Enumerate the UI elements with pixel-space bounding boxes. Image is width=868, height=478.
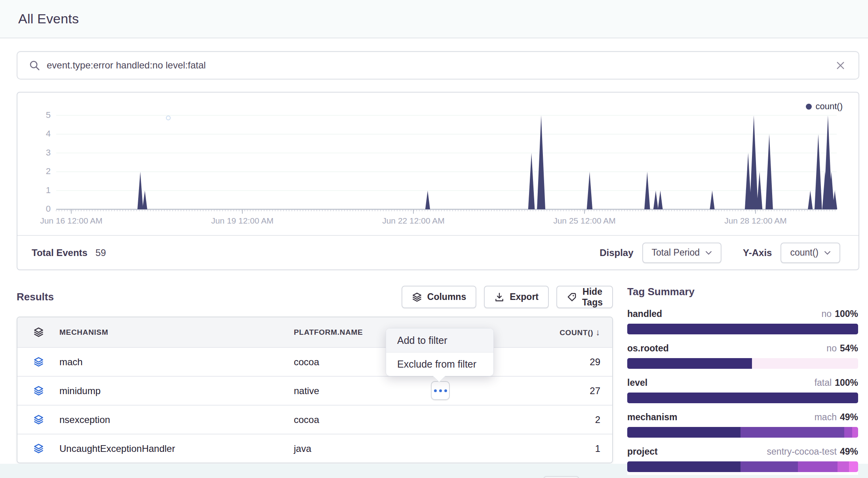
table-row[interactable]: nsexceptioncocoa2	[17, 405, 612, 434]
cell-count[interactable]: 27	[460, 385, 612, 396]
layers-icon[interactable]	[17, 357, 59, 367]
layers-icon[interactable]	[17, 385, 59, 396]
display-label: Display	[600, 247, 633, 258]
tag-bar-segment[interactable]	[627, 427, 740, 438]
events-chart-panel: count() 012345 Jun 16 12:00 AMJun 19 12:…	[17, 92, 859, 270]
tag-bar-segment[interactable]	[844, 427, 852, 438]
tag-name: project	[627, 446, 658, 457]
legend-label: count()	[816, 101, 843, 112]
tag-name: handled	[627, 309, 662, 319]
tag-icon	[567, 292, 577, 302]
tag-distribution-bar[interactable]	[627, 427, 858, 438]
tag-bar-segment[interactable]	[740, 461, 798, 472]
tag-summary-row: mechanismmach49%	[627, 412, 858, 438]
button-label: Hide Tags	[582, 286, 603, 308]
x-axis-tick-label: Jun 22 12:00 AM	[366, 216, 461, 226]
cell-mechanism[interactable]: UncaughtExceptionHandler	[59, 443, 294, 454]
tag-distribution-bar[interactable]	[627, 324, 858, 334]
legend-dot-icon	[806, 104, 812, 110]
layers-icon	[17, 327, 59, 338]
tag-top-value: sentry-cocoa-test49%	[767, 446, 858, 457]
y-axis-tick-label: 4	[27, 129, 51, 139]
cell-platform[interactable]: cocoa	[294, 414, 460, 425]
tag-summary-row: handledno100%	[627, 309, 858, 334]
tag-name: mechanism	[627, 412, 678, 423]
chevron-down-icon	[824, 250, 831, 255]
columns-button[interactable]: Columns	[402, 286, 476, 308]
tag-name: os.rooted	[627, 343, 669, 354]
tag-bar-segment[interactable]	[852, 427, 858, 438]
tag-bar-segment[interactable]	[838, 461, 849, 472]
button-label: Export	[510, 292, 539, 302]
sort-desc-icon: ↓	[596, 327, 600, 337]
tag-top-value: mach49%	[815, 412, 858, 423]
cell-mechanism[interactable]: minidump	[59, 385, 294, 396]
tag-bar-segment[interactable]	[627, 393, 858, 403]
tag-bar-segment[interactable]	[627, 358, 752, 369]
y-axis-tick-label: 1	[27, 185, 51, 195]
close-icon[interactable]	[834, 59, 847, 72]
tag-bar-segment[interactable]	[798, 461, 837, 472]
results-toolbar: ColumnsExportHide Tags	[405, 286, 613, 308]
display-dropdown[interactable]: Total Period	[642, 243, 721, 263]
display-dropdown-value: Total Period	[652, 247, 700, 258]
y-axis-tick-label: 3	[27, 148, 51, 158]
pagination-button[interactable]	[543, 476, 579, 478]
table-header-row: MECHANISM PLATFORM.NAME COUNT()↓	[17, 317, 612, 347]
layers-icon	[412, 292, 422, 302]
column-header-mechanism[interactable]: MECHANISM	[59, 328, 294, 337]
cell-actions-button[interactable]	[431, 381, 450, 400]
tag-summary-row: os.rootedno54%	[627, 343, 858, 369]
table-row[interactable]: minidumpnative27	[17, 376, 612, 405]
tag-summary-panel: Tag Summary handledno100%os.rootedno54%l…	[627, 285, 858, 475]
events-spike-chart[interactable]	[17, 93, 860, 233]
export-button[interactable]: Export	[484, 286, 549, 308]
cell-mechanism[interactable]: mach	[59, 357, 294, 368]
page-header: All Events	[0, 0, 868, 38]
tag-bar-segment[interactable]	[740, 427, 844, 438]
x-axis-tick-label: Jun 16 12:00 AM	[24, 216, 119, 226]
yaxis-dropdown-value: count()	[790, 247, 819, 258]
table-row[interactable]: machcocoa29	[17, 347, 612, 376]
yaxis-label: Y-Axis	[743, 247, 772, 258]
y-axis-tick-label: 0	[27, 204, 51, 214]
tag-top-value: fatal100%	[815, 377, 858, 388]
download-icon	[494, 292, 504, 302]
tag-summary-heading: Tag Summary	[627, 285, 858, 298]
chart-footer: Total Events 59 Display Total Period Y-A…	[17, 235, 858, 269]
x-axis-tick-label: Jun 28 12:00 AM	[708, 216, 803, 226]
tag-summary-row: levelfatal100%	[627, 377, 858, 403]
yaxis-dropdown[interactable]: count()	[780, 243, 840, 263]
tag-distribution-bar[interactable]	[627, 461, 858, 472]
total-events-value: 59	[95, 247, 106, 258]
tag-name: level	[627, 377, 647, 388]
layers-icon[interactable]	[17, 414, 59, 425]
layers-icon[interactable]	[17, 443, 59, 454]
search-input[interactable]: event.type:error handled:no level:fatal	[47, 60, 834, 71]
tag-top-value: no54%	[826, 343, 858, 354]
chevron-down-icon	[705, 250, 712, 255]
add-to-filter-menu-item[interactable]: Add to filter	[386, 328, 493, 352]
search-bar[interactable]: event.type:error handled:no level:fatal	[17, 51, 859, 80]
total-events-label: Total Events	[32, 247, 88, 258]
tag-distribution-bar[interactable]	[627, 393, 858, 403]
results-heading: Results	[17, 291, 54, 303]
cell-platform[interactable]: java	[294, 443, 460, 454]
chart-legend[interactable]: count()	[806, 101, 843, 112]
x-axis-tick-label: Jun 25 12:00 AM	[537, 216, 632, 226]
tag-summary-row: projectsentry-cocoa-test49%	[627, 446, 858, 472]
tag-bar-segment[interactable]	[849, 461, 858, 472]
hide-tags-button[interactable]: Hide Tags	[556, 286, 613, 308]
page-title: All Events	[18, 11, 79, 27]
tag-distribution-bar[interactable]	[627, 358, 858, 369]
table-row[interactable]: UncaughtExceptionHandlerjava1	[17, 434, 612, 463]
cell-count[interactable]: 1	[460, 443, 612, 454]
cell-action-popup: Add to filterExclude from filter	[386, 328, 494, 376]
cell-count[interactable]: 2	[460, 414, 612, 425]
tag-bar-segment[interactable]	[627, 324, 858, 334]
tag-bar-segment[interactable]	[627, 461, 740, 472]
tag-top-value: no100%	[822, 309, 858, 319]
search-icon	[29, 59, 40, 71]
y-axis-tick-label: 5	[27, 110, 51, 120]
cell-mechanism[interactable]: nsexception	[59, 414, 294, 425]
